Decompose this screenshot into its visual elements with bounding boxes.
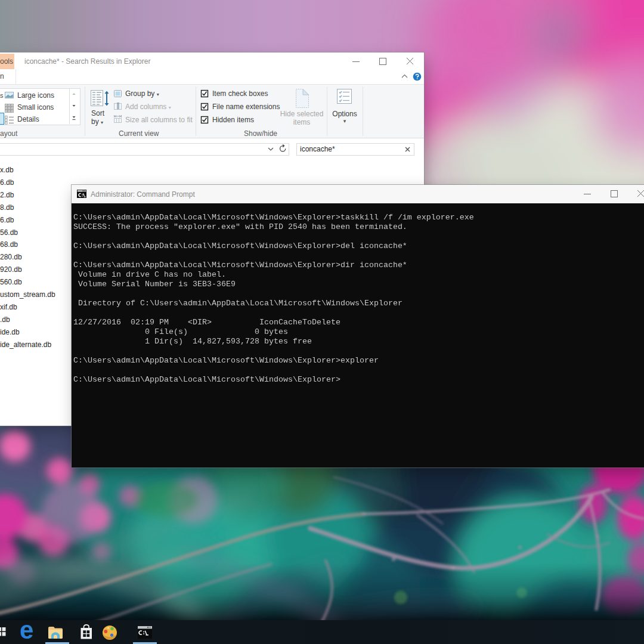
svg-text:e: e <box>20 620 33 642</box>
